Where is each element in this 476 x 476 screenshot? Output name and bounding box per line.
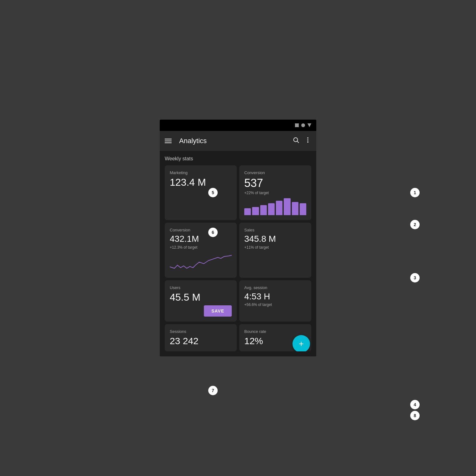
bar-chart-container: [244, 198, 306, 215]
bar-2: [252, 207, 259, 215]
users-label: Users: [170, 285, 232, 290]
svg-line-1: [297, 141, 299, 143]
save-button[interactable]: SAVE: [204, 305, 232, 317]
conversion-bar-label: Conversion: [244, 170, 306, 175]
marketing-label: Marketing: [170, 170, 232, 175]
annotation-1: 1: [410, 188, 420, 197]
line-chart-svg: [170, 253, 232, 272]
annotation-4: 4: [410, 400, 420, 409]
conversion-bar-value: 537: [244, 177, 306, 189]
avg-session-label: Avg. session: [244, 285, 306, 290]
bounce-rate-label: Bounce rate: [244, 329, 306, 334]
phone-frame: Analytics Weekly stats Marketing 123.4: [160, 120, 316, 356]
line-chart-container: [170, 253, 232, 273]
svg-point-4: [307, 142, 308, 143]
app-title: Analytics: [179, 137, 287, 145]
sales-label: Sales: [244, 228, 306, 232]
content-area: Weekly stats Marketing 123.4 M Conversio…: [160, 151, 316, 356]
annotation-8: 8: [410, 411, 420, 420]
sales-card: Sales 345.8 M +11% of target: [239, 223, 311, 278]
more-icon[interactable]: [304, 137, 311, 145]
conversion-bar-card: Conversion 537 +22% of target: [239, 165, 311, 220]
toolbar: Analytics: [160, 131, 316, 151]
bounce-rate-card: Bounce rate 12% +: [239, 324, 311, 351]
status-icon-triangle: [308, 123, 311, 127]
svg-point-3: [307, 139, 308, 141]
avg-session-card: Avg. session 4:53 H +56.6% of target: [239, 280, 311, 322]
search-icon[interactable]: [292, 137, 299, 145]
bar-3: [260, 205, 267, 215]
sales-target: +11% of target: [244, 245, 306, 250]
conversion-line-card: Conversion 432.1M +12.3% of target: [165, 223, 237, 278]
users-card: Users 45.5 M SAVE: [165, 280, 237, 322]
status-bar: [160, 120, 316, 131]
annotation-2: 2: [410, 220, 420, 229]
bottom-row: Sessions 23 242 Bounce rate 12% +: [165, 324, 311, 351]
annotation-3: 3: [410, 273, 420, 282]
annotation-5: 5: [208, 188, 218, 197]
bar-4: [268, 203, 275, 215]
annotation-6: 6: [208, 228, 218, 237]
bar-5: [276, 201, 282, 215]
avg-session-value: 4:53 H: [244, 292, 306, 302]
fab-icon: +: [299, 339, 304, 349]
bar-1: [244, 208, 251, 215]
svg-point-0: [294, 138, 298, 142]
annotation-7: 7: [208, 386, 218, 395]
third-grid: Users 45.5 M SAVE Avg. session 4:53 H +5…: [165, 280, 311, 322]
marketing-value: 123.4 M: [170, 177, 232, 188]
second-grid: Conversion 432.1M +12.3% of target Sales…: [165, 223, 311, 278]
bar-7: [292, 202, 298, 215]
sessions-card: Sessions 23 242: [165, 324, 237, 351]
top-grid: Marketing 123.4 M Conversion 537 +22% of…: [165, 165, 311, 220]
menu-icon[interactable]: [165, 139, 172, 143]
conversion-line-value: 432.1M: [170, 234, 232, 244]
conversion-line-target: +12.3% of target: [170, 245, 232, 250]
users-value: 45.5 M: [170, 292, 232, 303]
avg-session-target: +56.6% of target: [244, 303, 306, 307]
bar-6: [284, 198, 290, 215]
marketing-card: Marketing 123.4 M: [165, 165, 237, 220]
svg-point-2: [307, 137, 308, 139]
status-icon-circle: [301, 123, 305, 127]
fab-button[interactable]: +: [292, 335, 310, 351]
conversion-line-label: Conversion: [170, 228, 232, 232]
status-icon-square: [295, 123, 299, 127]
section-title: Weekly stats: [165, 156, 311, 162]
sessions-label: Sessions: [170, 329, 232, 334]
conversion-bar-target: +22% of target: [244, 191, 306, 195]
sessions-value: 23 242: [170, 336, 232, 346]
bar-chart: [244, 198, 306, 215]
sales-value: 345.8 M: [244, 234, 306, 244]
bar-8: [300, 203, 306, 215]
